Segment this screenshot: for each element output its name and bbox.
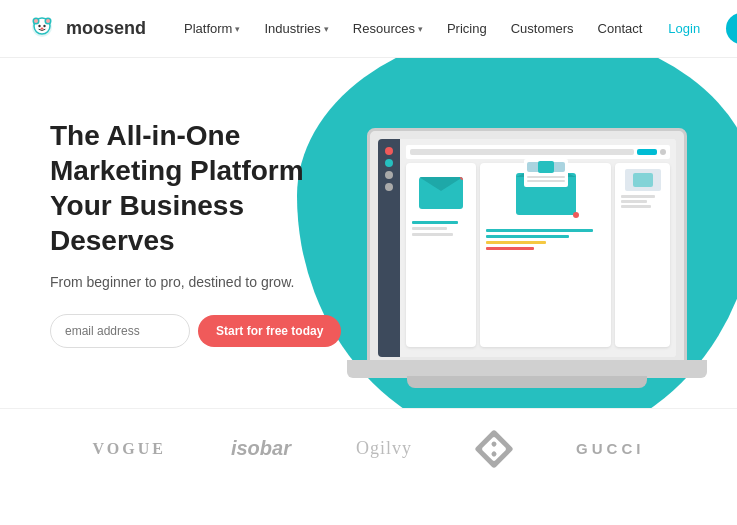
hero-title: The All-in-One Marketing Platform Your B… bbox=[50, 118, 360, 258]
letter bbox=[524, 159, 568, 187]
letter-line-2 bbox=[527, 180, 565, 182]
hero-form: Start for free today bbox=[50, 314, 360, 348]
header-actions: Login Register bbox=[652, 13, 737, 44]
platform-chevron-icon: ▾ bbox=[235, 24, 240, 34]
industries-chevron-icon: ▾ bbox=[324, 24, 329, 34]
screen-cards bbox=[406, 163, 670, 347]
nav-industries[interactable]: Industries ▾ bbox=[254, 15, 338, 42]
cline-1 bbox=[486, 229, 593, 232]
cta-button[interactable]: Start for free today bbox=[198, 315, 341, 347]
sidebar-dot-1 bbox=[385, 147, 393, 155]
nav-contact[interactable]: Contact bbox=[588, 15, 653, 42]
nav-customers[interactable]: Customers bbox=[501, 15, 584, 42]
email-input[interactable] bbox=[50, 314, 190, 348]
register-button[interactable]: Register bbox=[726, 13, 737, 44]
line-1 bbox=[412, 221, 458, 224]
card-email bbox=[406, 163, 476, 347]
laptop-screen bbox=[378, 139, 676, 357]
cline-4 bbox=[486, 247, 534, 250]
topbar-search bbox=[410, 149, 634, 155]
nav-pricing[interactable]: Pricing bbox=[437, 15, 497, 42]
hero-illustration bbox=[347, 78, 707, 388]
card-open-email bbox=[480, 163, 611, 347]
dominos-logo bbox=[477, 432, 511, 466]
line-2 bbox=[412, 227, 447, 230]
image-placeholder bbox=[633, 173, 653, 187]
svg-point-7 bbox=[38, 24, 40, 26]
sidebar-dot-3 bbox=[385, 171, 393, 179]
topbar-btn bbox=[637, 149, 657, 155]
card-lines-center bbox=[486, 229, 605, 250]
letter-img-block bbox=[538, 161, 554, 173]
cline-3 bbox=[486, 241, 546, 244]
svg-point-6 bbox=[46, 19, 50, 23]
envelope-body bbox=[419, 177, 463, 209]
right-card-lines bbox=[621, 195, 664, 208]
laptop-foot bbox=[407, 376, 647, 388]
rline-3 bbox=[621, 205, 651, 208]
sidebar-dot-4 bbox=[385, 183, 393, 191]
brands-section: VOGUE isobar Ogilvy GUCCI bbox=[0, 408, 737, 488]
envelope-icon bbox=[419, 177, 463, 209]
nav-platform[interactable]: Platform ▾ bbox=[174, 15, 250, 42]
screen-sidebar bbox=[378, 139, 400, 357]
rline-1 bbox=[621, 195, 655, 198]
topbar-icon bbox=[660, 149, 666, 155]
letter-image bbox=[527, 162, 565, 172]
logo-text: moosend bbox=[66, 18, 146, 39]
laptop-body bbox=[367, 128, 687, 368]
line-3 bbox=[412, 233, 453, 236]
svg-point-5 bbox=[34, 19, 38, 23]
dot-tl bbox=[491, 440, 498, 447]
nav: Platform ▾ Industries ▾ Resources ▾ Pric… bbox=[174, 15, 652, 42]
brand-dominos bbox=[477, 432, 511, 466]
screen-topbar bbox=[406, 145, 670, 159]
svg-point-9 bbox=[41, 27, 44, 29]
screen-main bbox=[400, 139, 676, 357]
brand-ogilvy: Ogilvy bbox=[356, 438, 412, 459]
dominos-diamond bbox=[474, 429, 514, 469]
logo-icon bbox=[24, 11, 60, 47]
card-image bbox=[615, 163, 670, 347]
brand-gucci: GUCCI bbox=[576, 440, 644, 457]
login-button[interactable]: Login bbox=[652, 15, 716, 42]
header: moosend Platform ▾ Industries ▾ Resource… bbox=[0, 0, 737, 58]
envelope-flap bbox=[419, 177, 463, 191]
hero-content: The All-in-One Marketing Platform Your B… bbox=[50, 118, 360, 348]
resources-chevron-icon: ▾ bbox=[418, 24, 423, 34]
card-lines-left bbox=[412, 221, 470, 236]
brand-vogue: VOGUE bbox=[93, 440, 166, 458]
cline-2 bbox=[486, 235, 569, 238]
dominos-inner bbox=[481, 436, 506, 461]
hero-subtitle: From beginner to pro, destined to grow. bbox=[50, 274, 360, 290]
sidebar-dot-2 bbox=[385, 159, 393, 167]
open-envelope bbox=[516, 173, 576, 215]
letter-line-1 bbox=[527, 176, 565, 178]
nav-resources[interactable]: Resources ▾ bbox=[343, 15, 433, 42]
svg-point-8 bbox=[43, 24, 45, 26]
right-card-image bbox=[625, 169, 661, 191]
open-envelope-dot bbox=[573, 212, 579, 218]
open-envelope-wrapper bbox=[486, 169, 605, 225]
envelope-notification bbox=[460, 177, 463, 180]
logo[interactable]: moosend bbox=[24, 11, 146, 47]
dot-br bbox=[491, 450, 498, 457]
rline-2 bbox=[621, 200, 647, 203]
hero-section: The All-in-One Marketing Platform Your B… bbox=[0, 58, 737, 408]
brand-isobar: isobar bbox=[231, 437, 291, 460]
